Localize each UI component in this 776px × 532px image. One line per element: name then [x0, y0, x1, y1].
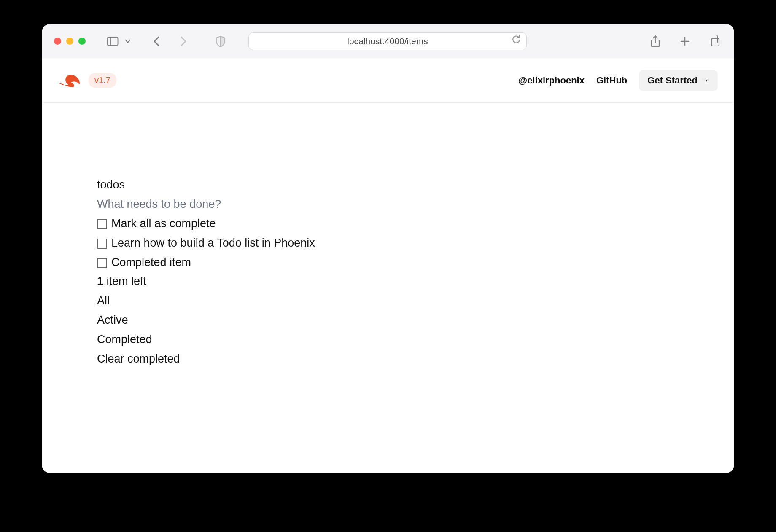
sidebar-toggle-group: [105, 34, 132, 49]
sidebar-icon[interactable]: [105, 34, 120, 49]
twitter-link[interactable]: @elixirphoenix: [518, 75, 585, 86]
browser-window: localhost:4000/items: [42, 24, 734, 473]
count-number: 1: [97, 275, 103, 287]
filter-active[interactable]: Active: [97, 311, 734, 330]
share-icon[interactable]: [648, 34, 663, 49]
main-content: todos What needs to be done? Mark all as…: [42, 103, 734, 369]
items-left-count: 1 item left: [97, 272, 734, 291]
address-bar[interactable]: localhost:4000/items: [248, 32, 527, 50]
svg-rect-0: [108, 37, 118, 45]
todo-item: Completed item: [97, 253, 734, 272]
chevron-down-icon[interactable]: [124, 34, 132, 49]
todos-title: todos: [97, 175, 734, 195]
github-link[interactable]: GitHub: [596, 75, 627, 86]
window-close-button[interactable]: [54, 38, 61, 45]
todo-item: Learn how to build a Todo list in Phoeni…: [97, 234, 734, 253]
reload-icon[interactable]: [512, 35, 520, 47]
browser-chrome: localhost:4000/items: [42, 24, 734, 58]
traffic-lights: [54, 38, 86, 45]
nav-arrows: [149, 34, 191, 49]
new-todo-input[interactable]: What needs to be done?: [97, 195, 734, 214]
toggle-all-row: Mark all as complete: [97, 214, 734, 234]
filter-all[interactable]: All: [97, 291, 734, 311]
version-badge: v1.7: [89, 73, 116, 88]
tabs-overview-icon[interactable]: [707, 34, 722, 49]
svg-rect-3: [711, 38, 719, 46]
count-text: item left: [103, 275, 146, 287]
privacy-shield-icon[interactable]: [213, 34, 228, 49]
toggle-all-checkbox[interactable]: [97, 219, 107, 229]
todo-checkbox[interactable]: [97, 258, 107, 268]
get-started-button[interactable]: Get Started →: [639, 70, 718, 91]
clear-completed-button[interactable]: Clear completed: [97, 349, 734, 369]
header-links: @elixirphoenix GitHub Get Started →: [518, 70, 718, 91]
phoenix-logo-icon: [58, 73, 81, 89]
window-maximize-button[interactable]: [78, 38, 86, 45]
back-button[interactable]: [149, 34, 164, 49]
new-tab-icon[interactable]: [677, 34, 692, 49]
filter-completed[interactable]: Completed: [97, 330, 734, 349]
right-toolbar: [648, 34, 722, 49]
toggle-all-label[interactable]: Mark all as complete: [111, 214, 216, 234]
window-minimize-button[interactable]: [66, 38, 73, 45]
todo-label[interactable]: Learn how to build a Todo list in Phoeni…: [111, 234, 315, 253]
page-body: v1.7 @elixirphoenix GitHub Get Started →…: [42, 58, 734, 473]
forward-button[interactable]: [176, 34, 191, 49]
todo-checkbox[interactable]: [97, 239, 107, 249]
app-header: v1.7 @elixirphoenix GitHub Get Started →: [42, 58, 734, 103]
todo-label[interactable]: Completed item: [111, 253, 191, 272]
url-text: localhost:4000/items: [347, 36, 428, 46]
